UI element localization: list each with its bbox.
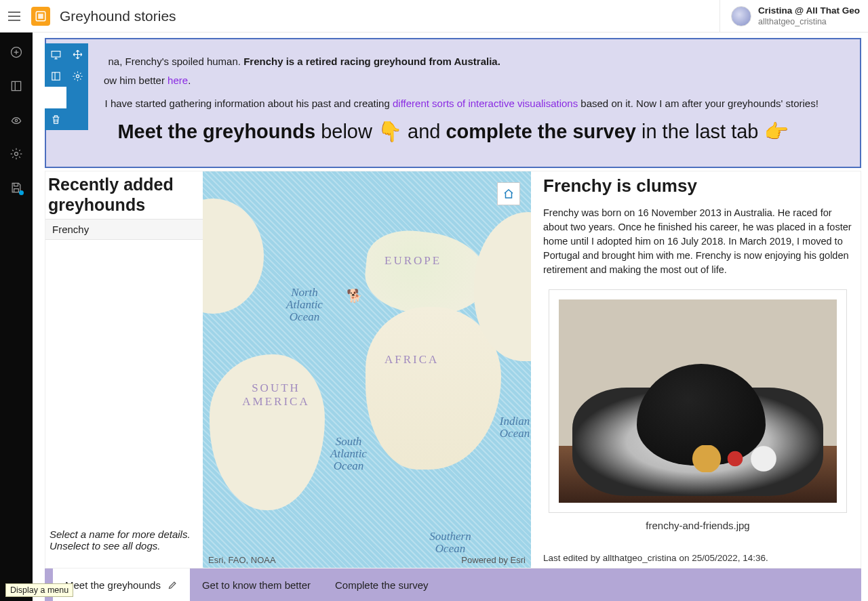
gear-icon[interactable]	[66, 65, 88, 87]
save-icon[interactable]	[9, 180, 24, 195]
svg-rect-1	[38, 14, 43, 19]
svg-point-4	[15, 119, 17, 121]
avatar	[731, 6, 751, 26]
tab-survey[interactable]: Complete the survey	[323, 568, 441, 601]
ocean-indian: Indian Ocean	[494, 415, 531, 440]
story-photo	[559, 299, 837, 503]
recent-list-panel: Recently added greyhounds Frenchy Select…	[45, 171, 203, 568]
map-label-europe: EUROPE	[384, 254, 441, 268]
map[interactable]: EUROPE AFRICA SOUTH AMERICA North Atlant…	[203, 171, 531, 568]
panel-icon[interactable]	[45, 65, 66, 87]
svg-point-8	[76, 75, 79, 77]
user-menu[interactable]: Cristina @ All That Geo allthatgeo_crist…	[719, 0, 860, 33]
here-link[interactable]: here	[167, 75, 188, 86]
unsaved-dot-icon	[19, 190, 24, 195]
visualisations-link[interactable]: different sorts of interactive visualisa…	[393, 98, 578, 109]
story-panel: Frenchy is clumsy Frenchy was born on 16…	[531, 171, 861, 568]
app-title: Greyhound stories	[60, 8, 176, 24]
photo-frame	[549, 289, 847, 513]
ocean-n-atlantic: North Atlantic Ocean	[277, 287, 332, 323]
add-icon[interactable]	[9, 45, 24, 60]
theme-icon[interactable]	[9, 112, 24, 127]
home-extent-button[interactable]	[497, 182, 520, 205]
header-text: I am Cristina, Frenchy's spoiled human. …	[62, 54, 844, 110]
display-icon[interactable]	[45, 43, 66, 65]
last-edited: Last edited by allthatgeo_cristina on 25…	[543, 553, 852, 563]
headline: Meet the greyhounds below 👇 and complete…	[62, 120, 844, 143]
header-card[interactable]: I am Cristina, Frenchy's spoiled human. …	[45, 38, 861, 168]
topbar: Greyhound stories Cristina @ All That Ge…	[0, 0, 868, 33]
bottom-tabs: Meet the greyhounds Get to know them bet…	[45, 568, 861, 601]
svg-rect-3	[12, 81, 20, 90]
recent-title: Recently added greyhounds	[45, 171, 203, 219]
tab-meet[interactable]: Meet the greyhounds	[53, 568, 190, 601]
ocean-s-atlantic: South Atlantic Ocean	[318, 436, 379, 472]
tooltip: Display a menu	[5, 583, 73, 597]
svg-rect-10	[54, 96, 60, 102]
duplicate-icon[interactable]	[45, 87, 66, 108]
map-label-south-america: SOUTH AMERICA	[235, 381, 317, 409]
list-hint: Select a name for more details. Unselect…	[45, 522, 203, 568]
user-handle: allthatgeo_cristina	[758, 17, 860, 26]
photo-caption: frenchy-and-friends.jpg	[543, 520, 852, 531]
tab-know[interactable]: Get to know them better	[190, 568, 323, 601]
trash-icon[interactable]	[45, 108, 66, 130]
story-title: Frenchy is clumsy	[543, 175, 852, 196]
settings-icon[interactable]	[9, 146, 24, 161]
move-icon[interactable]	[66, 43, 88, 65]
svg-rect-9	[52, 94, 58, 100]
layout-icon[interactable]	[9, 79, 24, 94]
map-powered-by: Powered by Esri	[461, 555, 526, 565]
content-row: Recently added greyhounds Frenchy Select…	[45, 171, 861, 568]
app-logo	[31, 7, 50, 26]
left-rail	[0, 33, 33, 601]
canvas: I am Cristina, Frenchy's spoiled human. …	[33, 33, 868, 601]
svg-rect-7	[52, 72, 59, 79]
user-display-name: Cristina @ All That Geo	[758, 5, 860, 16]
ocean-southern: Southern Ocean	[420, 531, 481, 555]
menu-icon[interactable]	[8, 12, 20, 21]
tab-label: Get to know them better	[202, 579, 311, 591]
svg-rect-6	[52, 51, 60, 57]
tab-label: Complete the survey	[335, 579, 429, 591]
tab-label: Meet the greyhounds	[65, 579, 161, 591]
pencil-icon[interactable]	[167, 580, 178, 590]
list-item[interactable]: Frenchy	[45, 219, 203, 240]
svg-point-5	[15, 152, 18, 156]
map-label-africa: AFRICA	[384, 353, 439, 367]
story-body: Frenchy was born on 16 November 2013 in …	[543, 206, 852, 277]
map-attribution: Esri, FAO, NOAA	[208, 555, 276, 565]
map-marker-dog-icon[interactable]: 🐕	[347, 288, 363, 304]
widget-toolbar	[45, 43, 88, 130]
